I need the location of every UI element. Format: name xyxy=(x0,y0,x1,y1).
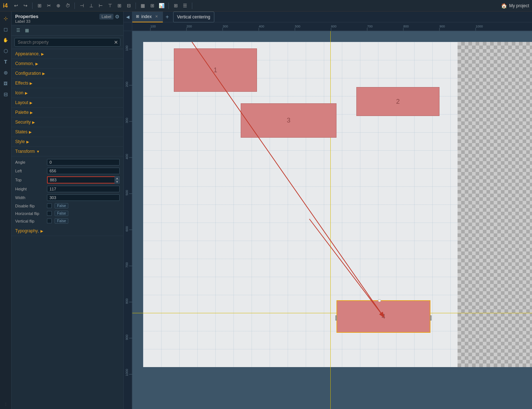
top-input[interactable] xyxy=(47,176,115,184)
sidebar-component-btn[interactable]: ⊛ xyxy=(1,68,10,77)
align-bottom-btn[interactable]: ⊟ xyxy=(125,2,133,10)
tab-vertical-centering[interactable]: Vertical centering xyxy=(173,12,214,22)
common-arrow: ▶ xyxy=(35,62,38,66)
sidebar-pan-btn[interactable]: ✋ xyxy=(1,35,10,45)
svg-text:700: 700 xyxy=(125,262,129,268)
sidebar-cursor-btn[interactable]: ⊹ xyxy=(1,14,10,23)
width-row: Width xyxy=(12,193,123,202)
ruler-top: 100 200 300 400 500 600 70 xyxy=(132,22,532,31)
sep-3 xyxy=(136,3,136,9)
angle-input[interactable] xyxy=(47,159,120,165)
section-transform[interactable]: Transform ▼ xyxy=(12,147,123,156)
layout-label: Layout xyxy=(15,100,28,105)
transform-arrow: ▼ xyxy=(36,150,40,154)
section-typography[interactable]: Typography , ▶ xyxy=(12,226,123,236)
svg-text:300: 300 xyxy=(125,118,129,123)
section-appearance[interactable]: Appearance , ▶ xyxy=(12,49,123,59)
undo-btn[interactable]: ↩ xyxy=(12,2,20,10)
collapse-panel-btn[interactable]: ◀ xyxy=(124,12,132,22)
width-label: Width xyxy=(15,195,44,200)
tab-vertical-centering-label: Vertical centering xyxy=(177,14,210,20)
disable-flip-checkbox[interactable] xyxy=(47,203,52,208)
sidebar-text-btn[interactable]: T xyxy=(1,57,10,66)
svg-text:900: 900 xyxy=(439,25,445,28)
search-clear-icon[interactable]: ✕ xyxy=(114,39,118,45)
appearance-label: Appearance xyxy=(15,51,39,56)
shape-4-right-handle[interactable] xyxy=(430,315,432,320)
section-configuration[interactable]: Configuration ▶ xyxy=(12,69,123,78)
vertical-flip-label: Vertical flip xyxy=(15,219,44,223)
align-left-btn[interactable]: ⊣ xyxy=(78,2,86,10)
grid-btn[interactable]: ▦ xyxy=(139,2,147,10)
app-logo: i4 xyxy=(3,3,8,9)
align-top-btn[interactable]: ⊤ xyxy=(106,2,114,10)
states-label: States xyxy=(15,129,27,134)
sidebar-more[interactable]: ⋮ xyxy=(4,402,8,406)
grid2-btn[interactable]: ⊞ xyxy=(172,2,180,10)
align-center-btn[interactable]: ⊥ xyxy=(87,2,95,10)
properties-panel: Properties Label 33 Label ⚙ ☰ ▦ ✕ Appear… xyxy=(12,12,124,409)
sidebar-layer-btn[interactable]: ⊟ xyxy=(1,90,10,99)
settings-icon[interactable]: ⚙ xyxy=(115,14,120,20)
icon-label: Icon xyxy=(15,90,23,95)
view-grid-icon[interactable]: ▦ xyxy=(23,27,30,34)
sep-4 xyxy=(168,3,169,9)
list-btn[interactable]: ☰ xyxy=(181,2,189,10)
effects-arrow: ▶ xyxy=(30,81,33,85)
width-input[interactable] xyxy=(47,194,120,201)
search-input[interactable] xyxy=(14,38,120,47)
canvas-shape-1[interactable]: 1 xyxy=(174,48,257,92)
section-icon[interactable]: Icon ▶ xyxy=(12,88,123,98)
toolbar-right: 🏠 My project xyxy=(501,3,529,9)
section-security[interactable]: Security ▶ xyxy=(12,117,123,127)
align-right-btn[interactable]: ⊢ xyxy=(96,2,104,10)
section-common[interactable]: Common , ▶ xyxy=(12,59,123,69)
sidebar-select-btn[interactable]: ◻ xyxy=(1,25,10,34)
align-vcenter-btn[interactable]: ⊞ xyxy=(115,2,123,10)
cut-btn[interactable]: ✂ xyxy=(45,2,53,10)
section-effects[interactable]: Effects ▶ xyxy=(12,78,123,88)
appearance-comma: , xyxy=(39,52,40,56)
canvas-shape-4[interactable]: 4 xyxy=(336,300,430,333)
shape-3-label: 3 xyxy=(287,117,290,124)
top-decrement-btn[interactable]: ▼ xyxy=(115,180,120,184)
style-arrow: ▶ xyxy=(26,140,29,144)
timer-btn[interactable]: ⏱ xyxy=(64,2,72,10)
vertical-flip-checkbox[interactable] xyxy=(47,219,52,223)
canvas-viewport[interactable]: 1 2 3 4 xyxy=(132,31,532,409)
disable-flip-row: Disable flip False xyxy=(12,202,123,210)
sidebar-image-btn[interactable]: 🖼 xyxy=(1,79,10,88)
security-label: Security xyxy=(15,120,31,125)
add-btn[interactable]: ⊕ xyxy=(54,2,62,10)
tab-index[interactable]: ⊞ index ✕ xyxy=(132,12,163,22)
disable-flip-label: Disable flip xyxy=(15,204,44,208)
main-layout: ⊹ ◻ ✋ ⬡ T ⊛ 🖼 ⊟ ⋮ Properties Label 33 La… xyxy=(0,12,532,409)
top-increment-btn[interactable]: ▲ xyxy=(115,176,120,180)
canvas-shape-2[interactable]: 2 xyxy=(356,87,439,116)
canvas-shape-3[interactable]: 3 xyxy=(241,103,336,138)
table-btn[interactable]: ⊞ xyxy=(148,2,156,10)
shape-4-resize-handle[interactable] xyxy=(378,299,381,302)
section-palette[interactable]: Palette ▶ xyxy=(12,108,123,117)
section-style[interactable]: Style ▶ xyxy=(12,137,123,147)
shape-4-left-handle[interactable] xyxy=(335,315,337,320)
horizontal-flip-checkbox[interactable] xyxy=(47,211,52,216)
height-input[interactable] xyxy=(47,186,120,192)
project-icon: 🏠 xyxy=(501,3,507,9)
chart-btn[interactable]: 📊 xyxy=(158,2,166,10)
section-states[interactable]: States ▶ xyxy=(12,127,123,137)
horizontal-flip-value: False xyxy=(55,211,68,216)
horizontal-flip-label: Horizontal flip xyxy=(15,211,44,216)
sep-2 xyxy=(74,3,75,9)
view-list-icon[interactable]: ☰ xyxy=(14,27,22,34)
tab-add-btn[interactable]: + xyxy=(163,12,172,22)
left-input[interactable] xyxy=(47,168,120,174)
redo-btn[interactable]: ↪ xyxy=(21,2,29,10)
svg-text:600: 600 xyxy=(125,226,129,232)
sidebar-shape-btn[interactable]: ⬡ xyxy=(1,46,10,56)
palette-label: Palette xyxy=(15,110,29,115)
section-layout[interactable]: Layout ▶ xyxy=(12,98,123,108)
height-label: Height xyxy=(15,187,44,191)
copy-btn[interactable]: ⊞ xyxy=(35,2,43,10)
tab-index-close[interactable]: ✕ xyxy=(154,14,159,19)
